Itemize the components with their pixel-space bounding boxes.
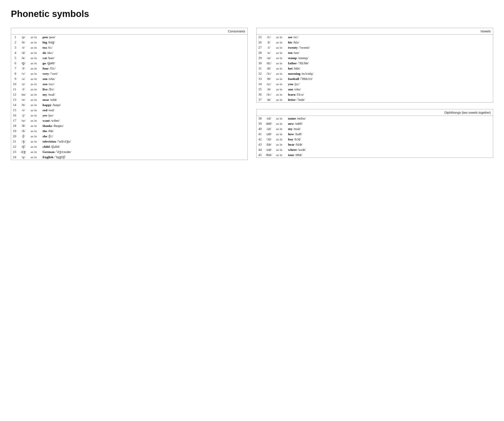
example-word: tour /tʊə/ [286, 152, 493, 158]
as-in-label: as in [274, 142, 286, 147]
row-number: 13 [11, 97, 18, 102]
table-row: 12/m/as inmy /maɪ/ [11, 92, 248, 97]
as-in-label: as in [29, 149, 41, 155]
row-number: 27 [257, 45, 264, 50]
as-in-label: as in [274, 82, 286, 87]
table-row: 6/ɡ/as ingo /ɡəʊ/ [11, 61, 248, 66]
phonetic-symbol: /t/ [18, 45, 29, 50]
example-word: thanks /θæŋks/ [41, 123, 248, 129]
phonetic-symbol: /h/ [18, 102, 29, 108]
row-number: 19 [11, 129, 18, 134]
phonetic-symbol: /ɔː/ [264, 71, 274, 76]
phonetic-symbol: /d/ [18, 50, 29, 55]
row-number: 43 [257, 142, 264, 147]
example-word: four /fɔː/ [41, 66, 248, 71]
as-in-label: as in [29, 113, 41, 118]
table-row: 10/z/as inzoo /zuː/ [11, 82, 248, 87]
row-number: 40 [257, 126, 264, 131]
row-number: 34 [257, 82, 264, 87]
phonetic-symbol: /e/ [264, 50, 274, 55]
example-word: child /tʃaɪld/ [41, 144, 248, 149]
table-row: 29/æ/as instamp /stæmp/ [257, 55, 493, 61]
example-word: name /neɪm/ [286, 116, 493, 121]
row-number: 18 [11, 123, 18, 129]
phonetic-symbol: /θ/ [18, 123, 29, 129]
phonetic-symbol: /aɪ/ [264, 126, 274, 131]
row-number: 35 [257, 87, 264, 92]
as-in-label: as in [274, 92, 286, 97]
as-in-label: as in [29, 71, 41, 76]
table-row: 43/ɪə/as inhear /hɪə/ [257, 142, 493, 147]
row-number: 2 [11, 40, 18, 45]
table-row: 18/θ/as inthanks /θæŋks/ [11, 123, 248, 129]
phonetic-symbol: /ŋ/ [18, 155, 29, 160]
phonetic-symbol: /l/ [18, 87, 29, 92]
table-row: 36/ɜː/as inlearn /lɜːn/ [257, 92, 493, 97]
phonetic-symbol: /r/ [18, 108, 29, 113]
example-word: father /ˈfɑːðə/ [286, 61, 493, 66]
example-word: football /ˈfʊtbɔːl/ [286, 76, 493, 82]
phonetic-symbol: /ɪ/ [264, 40, 274, 45]
example-word: cat /kæt/ [41, 55, 248, 61]
row-number: 37 [257, 97, 264, 103]
table-row: 44/eə/as inwhere /weə/ [257, 147, 493, 152]
vowels-table: Vowels 25/iː/as insee /siː/26/ɪ/as inhis… [256, 28, 493, 103]
table-row: 38/eɪ/as inname /neɪm/ [257, 116, 493, 121]
example-word: zoo /zuː/ [41, 82, 248, 87]
phonetic-symbol: /ʊ/ [264, 76, 274, 82]
phonetic-symbol: /uː/ [264, 82, 274, 87]
table-row: 5/k/as incat /kæt/ [11, 55, 248, 61]
as-in-label: as in [274, 147, 286, 152]
example-word: morning /mɔːnɪŋ/ [286, 71, 493, 76]
table-row: 4/d/as indo /duː/ [11, 50, 248, 55]
as-in-label: as in [274, 87, 286, 92]
example-word: very /ˈveri/ [41, 71, 248, 76]
phonetic-symbol: /v/ [18, 71, 29, 76]
example-word: big /bɪɡ/ [41, 40, 248, 45]
row-number: 44 [257, 147, 264, 152]
phonetic-symbol: /eə/ [264, 147, 274, 152]
as-in-label: as in [274, 61, 286, 66]
as-in-label: as in [29, 66, 41, 71]
as-in-label: as in [29, 61, 41, 66]
phonetic-symbol: /w/ [18, 118, 29, 123]
as-in-label: as in [274, 55, 286, 61]
phonetic-symbol: /iː/ [264, 35, 274, 40]
phonetic-symbol: /m/ [18, 92, 29, 97]
as-in-label: as in [29, 139, 41, 144]
right-column: Vowels 25/iː/as insee /siː/26/ɪ/as inhis… [256, 28, 493, 158]
table-row: 39/əʊ/as innew /nəʊ/ [257, 121, 493, 126]
example-word: yes /jes/ [41, 113, 248, 118]
phonetic-symbol: /ʊə/ [264, 152, 274, 158]
as-in-label: as in [29, 102, 41, 108]
example-word: twenty /ˈtwenti/ [286, 45, 493, 50]
phonetic-symbol: /ð/ [18, 129, 29, 134]
table-row: 24/ŋ/as inEnglish /ˈɪŋɡlɪʃ/ [11, 155, 248, 160]
row-number: 9 [11, 76, 18, 82]
consonants-section: Consonants 1/p/as inpen /pen/2/b/as inbi… [11, 28, 248, 160]
row-number: 4 [11, 50, 18, 55]
phonetic-symbol: /ɔɪ/ [264, 137, 274, 142]
phonetic-symbol: /n/ [18, 97, 29, 102]
as-in-label: as in [274, 137, 286, 142]
row-number: 3 [11, 45, 18, 50]
row-number: 8 [11, 71, 18, 76]
row-number: 15 [11, 108, 18, 113]
row-number: 1 [11, 35, 18, 40]
row-number: 38 [257, 116, 264, 121]
row-number: 22 [11, 144, 18, 149]
as-in-label: as in [29, 82, 41, 87]
consonants-header: Consonants [11, 28, 248, 35]
example-word: do /duː/ [41, 50, 248, 55]
row-number: 12 [11, 92, 18, 97]
table-row: 9/s/as inson /sʌn/ [11, 76, 248, 82]
as-in-label: as in [29, 45, 41, 50]
table-row: 20/ʃ/as inshe /ʃiː/ [11, 134, 248, 139]
example-word: tea /tiː/ [41, 45, 248, 50]
row-number: 5 [11, 55, 18, 61]
as-in-label: as in [29, 144, 41, 149]
example-word: my /maɪ/ [286, 126, 493, 131]
table-row: 37/ə/as inletter /ˈletə/ [257, 97, 493, 103]
as-in-label: as in [29, 118, 41, 123]
example-word: stamp /stæmp/ [286, 55, 493, 61]
